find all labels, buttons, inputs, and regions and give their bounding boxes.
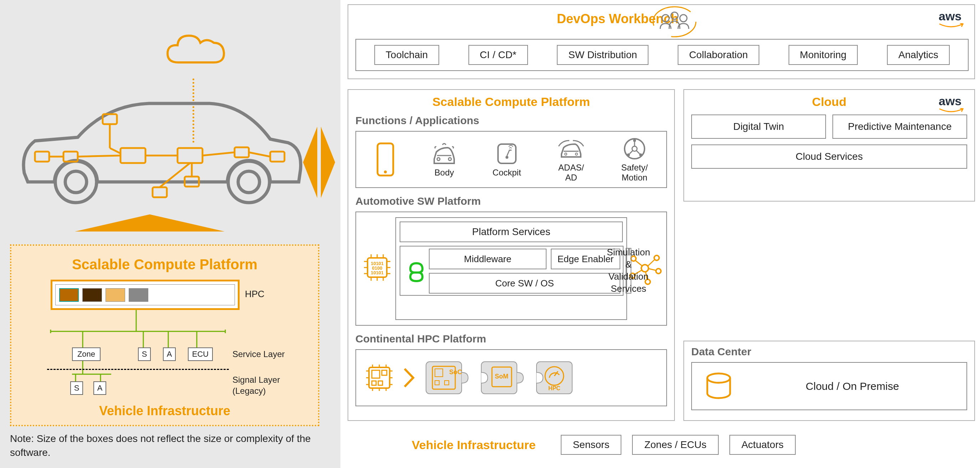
hpc-label: HPC — [245, 289, 264, 300]
chip-layout-icon — [363, 362, 395, 394]
car-outline-icon — [14, 84, 306, 212]
cloud-title: Cloud — [684, 90, 974, 112]
svg-marker-22 — [303, 127, 317, 198]
devops-workbench-section: DevOps Workbench aws Toolchain CI / CD* … — [348, 4, 975, 79]
aws-logo: aws — [939, 9, 964, 32]
cloud-services: Cloud Services — [691, 144, 967, 169]
auto-sw-title: Automotive SW Platform — [348, 192, 674, 210]
vi-sensors: Sensors — [561, 435, 622, 455]
svg-line-19 — [110, 148, 121, 153]
phone-icon — [375, 142, 396, 177]
svg-point-52 — [627, 153, 630, 156]
data-center-label: Cloud / On Premise — [749, 380, 956, 392]
devops-item-monitoring: Monitoring — [789, 45, 858, 65]
svg-point-53 — [639, 153, 642, 156]
svg-rect-9 — [235, 147, 249, 157]
function-adas: ADAS/ AD — [555, 136, 587, 183]
chevron-right-icon — [402, 365, 416, 390]
svg-rect-44 — [498, 144, 516, 163]
zone-box: Zone — [72, 347, 100, 361]
function-safety: Safety/ Motion — [621, 136, 648, 183]
svg-rect-7 — [121, 148, 145, 163]
svg-rect-88 — [378, 381, 382, 385]
svg-point-76 — [656, 268, 661, 273]
vehicle-infra-summary-title: Vehicle Infrastructure — [11, 403, 318, 418]
svg-point-2 — [228, 161, 269, 203]
service-layer-label: Service Layer — [232, 349, 285, 359]
devops-item-cicd: CI / CD* — [468, 45, 528, 65]
hpc-module-4 — [129, 288, 148, 302]
functions-title: Functions / Applications — [348, 112, 674, 129]
svg-rect-5 — [35, 152, 49, 161]
svg-rect-10 — [270, 152, 285, 161]
cloud-section: Cloud aws Digital Twin Predictive Mainte… — [683, 89, 975, 201]
svg-text:10101: 10101 — [371, 270, 383, 275]
sim-validation-box: Simulation & Validation Services — [626, 248, 632, 294]
svg-point-75 — [654, 256, 659, 260]
data-center-row: Cloud / On Premise — [691, 362, 967, 410]
cloud-digital-twin: Digital Twin — [691, 115, 826, 139]
svg-point-0 — [55, 161, 97, 203]
svg-point-48 — [575, 153, 578, 155]
svg-point-114 — [707, 374, 730, 383]
devops-item-toolchain: Toolchain — [374, 45, 439, 65]
middleware-box: Middleware — [429, 249, 547, 269]
svg-marker-23 — [321, 127, 335, 198]
svg-text:SoM: SoM — [495, 373, 508, 380]
function-adas-label: ADAS/ AD — [558, 163, 584, 183]
svg-point-42 — [437, 158, 440, 161]
svg-line-17 — [249, 152, 270, 157]
svg-rect-87 — [372, 381, 376, 385]
bidirectional-arrows-icon — [303, 121, 335, 203]
triangle-marker-icon — [75, 214, 224, 232]
a-box-2: A — [94, 381, 106, 395]
svg-point-47 — [565, 153, 567, 155]
svg-rect-86 — [382, 370, 387, 375]
aws-logo: aws — [939, 94, 964, 117]
svg-point-37 — [662, 14, 669, 22]
data-center-title: Data Center — [684, 341, 974, 362]
svg-point-43 — [449, 158, 451, 161]
vehicle-infra-title: Vehicle Infrastructure — [412, 438, 536, 452]
function-body: Body — [430, 141, 458, 177]
svg-point-38 — [671, 12, 678, 19]
devops-item-analytics: Analytics — [887, 45, 950, 65]
function-body-label: Body — [434, 168, 454, 177]
layer-divider — [47, 369, 229, 370]
eb-logo-icon — [404, 259, 429, 284]
database-icon — [703, 370, 735, 403]
a-box-1: A — [163, 347, 176, 361]
hpc-platform-row: SoC SoM HPC — [355, 349, 667, 406]
svg-text:SoC: SoC — [449, 369, 462, 375]
hpc-module-2 — [82, 288, 102, 302]
svg-rect-8 — [178, 148, 202, 163]
scalable-compute-platform-section: Scalable Compute Platform Functions / Ap… — [348, 89, 675, 421]
middleware-group: Middleware Edge Enabler Core SW / OS — [399, 246, 624, 296]
car-diagram-area — [7, 5, 333, 230]
svg-line-14 — [78, 155, 121, 157]
svg-rect-12 — [153, 187, 167, 197]
hpc-module-3 — [105, 288, 125, 302]
vi-zones-ecus: Zones / ECUs — [632, 435, 718, 455]
chip-icon: 10101 0100 10101 — [361, 251, 393, 284]
svg-point-50 — [632, 146, 637, 151]
svg-line-56 — [636, 150, 640, 154]
svg-point-51 — [633, 139, 636, 142]
function-safety-label: Safety/ Motion — [621, 163, 648, 183]
platform-inner: Platform Services Middleware Edge Enable… — [395, 217, 627, 320]
team-icon — [651, 6, 698, 38]
function-cockpit-label: Cockpit — [493, 168, 521, 177]
svg-text:HPC: HPC — [548, 385, 560, 391]
footnote: Note: Size of the boxes does not reflect… — [10, 431, 320, 460]
s-box-2: S — [70, 381, 83, 395]
devops-item-collaboration: Collaboration — [678, 45, 759, 65]
svg-point-41 — [384, 171, 387, 173]
devops-item-sw-distribution: SW Distribution — [557, 45, 649, 65]
functions-row: Body Cockpit ADAS/ AD Safety/ Motion — [355, 131, 667, 188]
scp-summary-title: Scalable Compute Platform — [19, 257, 311, 273]
right-panel: DevOps Workbench aws Toolchain CI / CD* … — [348, 0, 980, 468]
auto-sw-platform-box: 10101 0100 10101 Platform Services — [355, 211, 667, 326]
ecu-box: ECU — [188, 347, 213, 361]
hpc-module-1 — [59, 288, 79, 302]
svg-point-3 — [238, 171, 259, 193]
